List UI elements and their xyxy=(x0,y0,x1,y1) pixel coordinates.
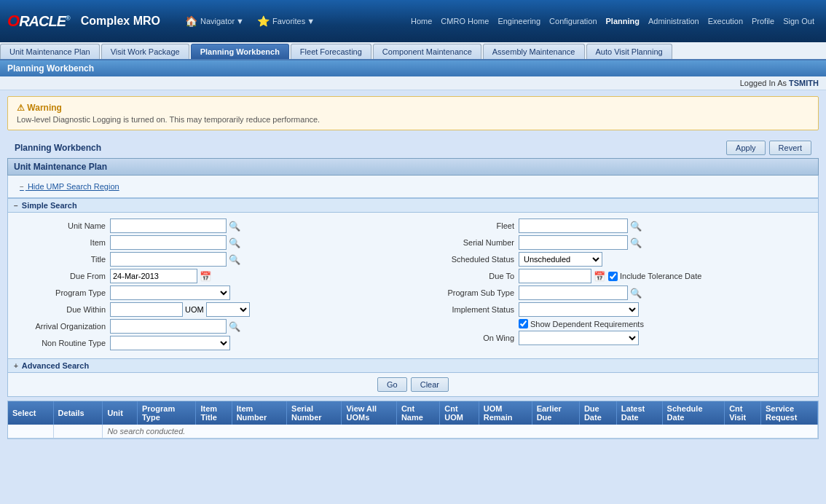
unit-name-input[interactable] xyxy=(110,218,227,233)
nav-execution[interactable]: Execution xyxy=(704,15,747,27)
due-from-label: Due From xyxy=(15,272,110,280)
arrival-org-row: Arrival Organization 🔍 xyxy=(15,319,402,334)
col-cnt-visit: CntVisit xyxy=(725,401,761,425)
warning-title: ⚠ Warning xyxy=(17,103,809,113)
item-search-icon[interactable]: 🔍 xyxy=(229,237,240,248)
program-sub-type-label: Program Sub Type xyxy=(424,288,519,297)
tab-assembly-maintenance[interactable]: Assembly Maintenance xyxy=(483,44,585,59)
program-sub-type-input[interactable] xyxy=(519,286,628,300)
simple-search-header: − Simple Search xyxy=(7,198,819,213)
fleet-label: Fleet xyxy=(424,221,519,230)
hide-ump-link[interactable]: − Hide UMP Search Region xyxy=(20,182,119,191)
tab-bar: Unit Maintenance Plan Visit Work Package… xyxy=(0,42,826,60)
clear-button[interactable]: Clear xyxy=(411,377,449,392)
logged-in-label: Logged In As xyxy=(740,79,787,87)
table-header-row: Select Details Unit ProgramType ItemTitl… xyxy=(8,401,818,425)
col-due-date: DueDate xyxy=(579,401,616,425)
due-from-row: Due From 📅 xyxy=(15,269,402,283)
include-tolerance-label: Include Tolerance Date xyxy=(620,272,701,280)
section-label: Planning Workbench xyxy=(7,139,109,157)
item-row: Item 🔍 xyxy=(15,235,402,250)
non-routine-select[interactable] xyxy=(110,336,230,350)
col-cnt-name: CntName xyxy=(396,401,439,425)
scheduled-status-select[interactable]: Unscheduled xyxy=(519,252,602,267)
due-from-calendar-icon[interactable]: 📅 xyxy=(200,271,211,282)
col-details: Details xyxy=(53,401,103,425)
arrival-org-input[interactable] xyxy=(110,319,227,334)
ump-section-header: Unit Maintenance Plan xyxy=(7,158,819,176)
serial-number-label: Serial Number xyxy=(424,238,519,247)
nav-cmro[interactable]: CMRO Home xyxy=(436,15,493,27)
program-type-label: Program Type xyxy=(15,288,110,297)
implement-status-label: Implement Status xyxy=(424,305,519,314)
top-navigation: Home CMRO Home Engineering Configuration… xyxy=(406,15,819,27)
nav-signout[interactable]: Sign Out xyxy=(779,15,819,27)
nav-planning[interactable]: Planning xyxy=(602,15,644,27)
chevron-down-icon: ▼ xyxy=(236,17,244,25)
title-search-icon[interactable]: 🔍 xyxy=(229,254,240,265)
due-from-input[interactable] xyxy=(110,269,197,283)
serial-number-input[interactable] xyxy=(519,235,628,250)
nav-administration[interactable]: Administration xyxy=(644,15,704,27)
include-tolerance-checkbox[interactable] xyxy=(608,272,618,281)
fleet-row: Fleet 🔍 xyxy=(424,218,811,233)
tab-planning-workbench[interactable]: Planning Workbench xyxy=(191,44,289,59)
nav-home[interactable]: Home xyxy=(406,15,436,27)
serial-number-row: Serial Number 🔍 xyxy=(424,235,811,250)
col-view-all-uoms: View AllUOMs xyxy=(342,401,396,425)
tab-visit-work-package[interactable]: Visit Work Package xyxy=(101,44,189,59)
nav-profile[interactable]: Profile xyxy=(747,15,779,27)
unit-name-search-icon[interactable]: 🔍 xyxy=(229,221,240,232)
col-serial-number: SerialNumber xyxy=(287,401,342,425)
search-form: Unit Name 🔍 Item 🔍 Title 🔍 Due From xyxy=(7,213,819,359)
search-actions: Go Clear xyxy=(7,373,819,397)
due-within-input[interactable] xyxy=(110,302,183,317)
col-unit: Unit xyxy=(103,401,138,425)
serial-search-icon[interactable]: 🔍 xyxy=(630,237,642,248)
col-cnt-uom: CntUOM xyxy=(440,401,479,425)
due-to-calendar-icon[interactable]: 📅 xyxy=(594,271,605,282)
col-program-type: ProgramType xyxy=(137,401,196,425)
go-button[interactable]: Go xyxy=(377,377,407,392)
implement-status-row: Implement Status xyxy=(424,302,811,317)
scheduled-status-label: Scheduled Status xyxy=(424,255,519,264)
tab-auto-visit-planning[interactable]: Auto Visit Planning xyxy=(586,44,672,59)
favorites-button[interactable]: ⭐ Favorites ▼ xyxy=(254,14,318,28)
due-to-label: Due To xyxy=(424,272,519,280)
navigator-button[interactable]: 🏠 Navigator ▼ xyxy=(182,14,247,28)
show-dependent-checkbox[interactable] xyxy=(519,319,528,328)
program-type-row: Program Type xyxy=(15,286,402,300)
due-to-input[interactable] xyxy=(519,269,591,283)
table-row: No search conducted. xyxy=(8,425,818,438)
chevron-down-icon2: ▼ xyxy=(307,17,315,25)
nav-configuration[interactable]: Configuration xyxy=(545,15,601,27)
top-bar: ORACLE® Complex MRO 🏠 Navigator ▼ ⭐ Favo… xyxy=(0,0,826,42)
non-routine-row: Non Routine Type xyxy=(15,336,402,350)
app-title: Complex MRO xyxy=(81,15,160,28)
apply-button[interactable]: Apply xyxy=(726,141,766,155)
warning-box: ⚠ Warning Low-level Diagnostic Logging i… xyxy=(7,96,819,130)
due-to-row: Due To 📅 Include Tolerance Date xyxy=(424,269,811,283)
program-sub-type-search-icon[interactable]: 🔍 xyxy=(630,288,642,299)
fleet-input[interactable] xyxy=(519,218,628,233)
implement-status-select[interactable] xyxy=(519,302,639,317)
tab-component-maintenance[interactable]: Component Maintenance xyxy=(373,44,481,59)
nav-engineering[interactable]: Engineering xyxy=(493,15,545,27)
uom-label-static: UOM xyxy=(185,305,204,314)
warning-icon: ⚠ xyxy=(17,103,25,113)
tab-fleet-forecasting[interactable]: Fleet Forecasting xyxy=(291,44,371,59)
arrival-org-search-icon[interactable]: 🔍 xyxy=(229,321,240,332)
item-label: Item xyxy=(15,238,110,247)
revert-button[interactable]: Revert xyxy=(769,141,811,155)
on-wing-select[interactable] xyxy=(519,331,639,345)
col-service-request: ServiceRequest xyxy=(760,401,817,425)
collapse-simple-icon: − xyxy=(14,202,18,210)
non-routine-label: Non Routine Type xyxy=(15,339,110,347)
program-type-select[interactable] xyxy=(110,286,230,300)
title-input[interactable] xyxy=(110,252,227,267)
uom-select[interactable] xyxy=(206,302,250,317)
cell-select xyxy=(8,425,53,438)
tab-unit-maintenance-plan[interactable]: Unit Maintenance Plan xyxy=(0,44,100,59)
item-input[interactable] xyxy=(110,235,227,250)
fleet-search-icon[interactable]: 🔍 xyxy=(630,221,642,232)
